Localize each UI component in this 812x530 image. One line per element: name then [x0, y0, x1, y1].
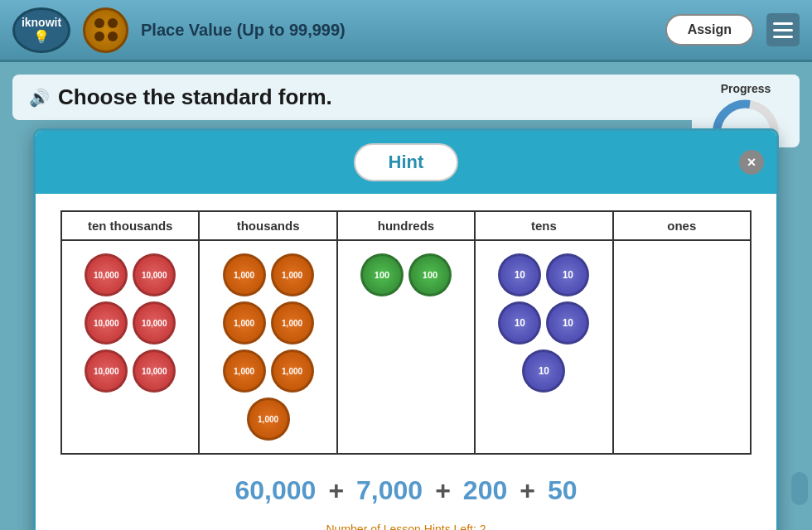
content-area: 🔊 Choose the standard form. Progress Hin… [0, 62, 812, 530]
coin-1000-5: 1,000 [223, 349, 266, 393]
coin-10000-3: 10,000 [85, 301, 128, 344]
hint-content: ten thousands thousands hundreds tens on… [36, 194, 776, 530]
coin-1000-2: 1,000 [271, 253, 314, 296]
dot-1 [94, 18, 104, 28]
dot-2 [108, 18, 118, 28]
progress-label: Progress [721, 82, 771, 95]
dot-4 [108, 31, 118, 41]
scroll-indicator[interactable] [791, 472, 808, 505]
menu-line-3 [773, 36, 793, 38]
eq-plus-1: + [328, 475, 344, 506]
coin-1000-1: 1,000 [223, 253, 266, 296]
eq-7000: 7,000 [356, 475, 423, 506]
hint-modal: Hint × ten thousands thousands hundreds … [33, 128, 779, 530]
cell-hundreds: 100 100 [337, 240, 475, 454]
tens-coins: 10 10 10 10 10 [488, 253, 599, 393]
cell-ones [613, 240, 751, 454]
coin-100-1: 100 [360, 253, 404, 296]
coin-10-5: 10 [522, 349, 565, 393]
eq-60000: 60,000 [235, 475, 317, 506]
col-header-tens: tens [475, 211, 612, 240]
coin-1000-6: 1,000 [271, 349, 314, 393]
coin-10-1: 10 [498, 253, 541, 296]
question-text: Choose the standard form. [58, 84, 332, 110]
coin-1000-7: 1,000 [247, 398, 290, 441]
coin-10-4: 10 [546, 301, 589, 344]
coin-1000-3: 1,000 [223, 301, 266, 344]
coin-10000-5: 10,000 [85, 349, 128, 393]
coin-10000-4: 10,000 [133, 301, 176, 344]
hint-title-bubble: Hint [354, 143, 459, 181]
eq-50: 50 [548, 475, 578, 506]
coin-1000-4: 1,000 [271, 301, 314, 344]
menu-line-2 [773, 29, 793, 31]
hints-remaining-label: Number of Lesson Hints Left: [326, 523, 476, 530]
logo-bulb: 💡 [33, 29, 50, 45]
coin-10-2: 10 [546, 253, 589, 296]
hints-remaining: Number of Lesson Hints Left: 2 [60, 523, 752, 530]
assign-button[interactable]: Assign [665, 14, 754, 46]
logo-text: iknowit [22, 16, 61, 29]
col-header-hundreds: hundreds [337, 211, 475, 240]
coin-100-2: 100 [408, 253, 452, 296]
hundreds-coins: 100 100 [350, 253, 462, 296]
table-header-row: ten thousands thousands hundreds tens on… [61, 211, 751, 240]
hint-close-button[interactable]: × [739, 150, 764, 175]
menu-line-1 [773, 22, 793, 25]
cell-thousands: 1,000 1,000 1,000 1,000 1,000 1,000 1,00… [199, 240, 336, 454]
activity-dots [94, 18, 118, 41]
coin-10000-6: 10,000 [133, 349, 176, 393]
activity-icon [83, 7, 128, 53]
coin-10-3: 10 [498, 301, 541, 344]
ten-thousands-coins: 10,000 10,000 10,000 10,000 10,000 10,00… [75, 253, 186, 393]
hints-remaining-count: 2 [480, 523, 486, 530]
question-bar: 🔊 Choose the standard form. [12, 75, 800, 120]
activity-title: Place Value (Up to 99,999) [141, 21, 653, 40]
place-value-table: ten thousands thousands hundreds tens on… [60, 210, 752, 455]
eq-200: 200 [463, 475, 507, 506]
dot-3 [94, 31, 104, 41]
table-data-row: 10,000 10,000 10,000 10,000 10,000 10,00… [61, 240, 751, 454]
cell-ten-thousands: 10,000 10,000 10,000 10,000 10,000 10,00… [61, 240, 199, 454]
header: iknowit 💡 Place Value (Up to 99,999) Ass… [0, 0, 812, 62]
speaker-icon[interactable]: 🔊 [29, 88, 50, 108]
col-header-ten-thousands: ten thousands [61, 211, 199, 240]
hint-header: Hint × [36, 131, 776, 194]
logo: iknowit 💡 [12, 7, 70, 53]
thousands-coins: 1,000 1,000 1,000 1,000 1,000 1,000 1,00… [212, 253, 323, 441]
coin-10000-1: 10,000 [85, 253, 128, 296]
eq-plus-3: + [520, 475, 535, 506]
coin-10000-2: 10,000 [133, 253, 176, 296]
equation: 60,000 + 7,000 + 200 + 50 [60, 475, 752, 506]
eq-plus-2: + [435, 475, 451, 506]
cell-tens: 10 10 10 10 10 [475, 240, 612, 454]
col-header-ones: ones [613, 211, 751, 240]
menu-button[interactable] [766, 13, 800, 46]
col-header-thousands: thousands [199, 211, 336, 240]
